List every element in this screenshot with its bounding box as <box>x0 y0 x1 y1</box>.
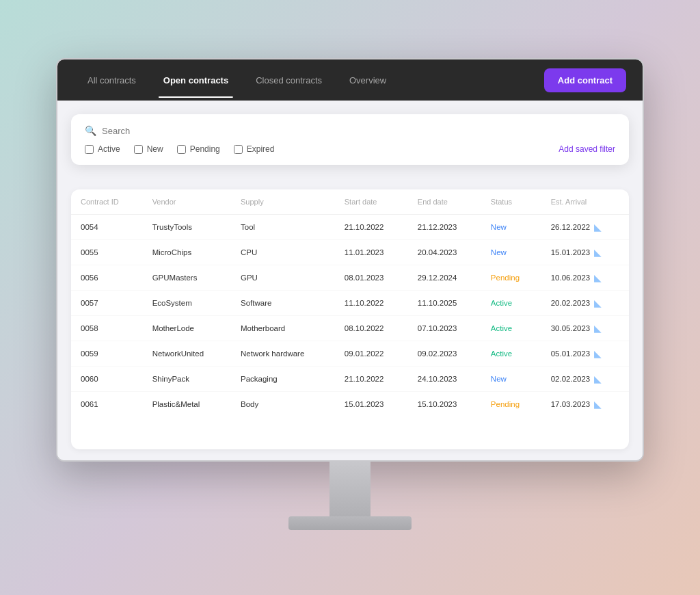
search-bar: 🔍 <box>85 125 615 136</box>
filter-pending[interactable]: Pending <box>177 144 220 154</box>
tab-open-contracts[interactable]: Open contracts <box>150 70 242 91</box>
cell-end-date: 24.10.2023 <box>408 367 481 392</box>
cell-vendor: TrustyTools <box>143 215 231 240</box>
search-icon: 🔍 <box>85 125 96 136</box>
cell-supply: GPU <box>231 265 335 291</box>
cell-supply: Network hardware <box>231 341 335 367</box>
table-card: Contract ID Vendor Supply Start date End… <box>71 189 629 449</box>
cell-status: Active <box>481 316 541 341</box>
filter-active[interactable]: Active <box>85 144 120 154</box>
chart-icon[interactable]: ◣ <box>594 272 602 283</box>
col-est-arrival: Est. Arrival <box>541 189 629 215</box>
cell-end-date: 21.12.2023 <box>408 215 481 240</box>
monitor-screen: All contracts Open contracts Closed cont… <box>56 58 644 462</box>
cell-start-date: 15.01.2023 <box>335 392 408 417</box>
cell-supply: Packaging <box>231 367 335 392</box>
chart-icon[interactable]: ◣ <box>594 222 602 233</box>
chart-icon[interactable]: ◣ <box>594 348 602 359</box>
cell-end-date: 09.02.2023 <box>408 341 481 367</box>
cell-vendor: ShinyPack <box>143 367 231 392</box>
cell-contract-id: 0060 <box>71 367 143 392</box>
filter-expired[interactable]: Expired <box>234 144 275 154</box>
col-vendor: Vendor <box>143 189 231 215</box>
cell-supply: Motherboard <box>231 316 335 341</box>
cell-start-date: 08.10.2022 <box>335 316 408 341</box>
col-supply: Supply <box>231 189 335 215</box>
table-row[interactable]: 0055 MicroChips CPU 11.01.2023 20.04.202… <box>71 240 629 265</box>
col-contract-id: Contract ID <box>71 189 143 215</box>
col-status: Status <box>481 189 541 215</box>
cell-contract-id: 0059 <box>71 341 143 367</box>
nav-tabs: All contracts Open contracts Closed cont… <box>74 70 544 91</box>
filter-card: 🔍 Active New Pending <box>71 114 629 165</box>
cell-status: Pending <box>481 265 541 291</box>
cell-arrival: 17.03.2023 ◣ <box>541 392 629 417</box>
cell-start-date: 09.01.2022 <box>335 341 408 367</box>
search-input[interactable] <box>102 126 615 136</box>
cell-supply: Tool <box>231 215 335 240</box>
cell-start-date: 21.10.2022 <box>335 367 408 392</box>
table-row[interactable]: 0057 EcoSystem Software 11.10.2022 11.10… <box>71 291 629 316</box>
cell-status: New <box>481 367 541 392</box>
cell-contract-id: 0057 <box>71 291 143 316</box>
cell-status: Active <box>481 291 541 316</box>
tab-all-contracts[interactable]: All contracts <box>74 70 150 91</box>
chart-icon[interactable]: ◣ <box>594 298 602 308</box>
cell-arrival: 10.06.2023 ◣ <box>541 265 629 291</box>
cell-status: Pending <box>481 392 541 417</box>
col-end-date: End date <box>408 189 481 215</box>
monitor-wrapper: All contracts Open contracts Closed cont… <box>56 58 644 537</box>
cell-start-date: 11.10.2022 <box>335 291 408 316</box>
cell-arrival: 15.01.2023 ◣ <box>541 240 629 265</box>
contracts-table: Contract ID Vendor Supply Start date End… <box>71 189 629 416</box>
cell-status: Active <box>481 341 541 367</box>
monitor-neck <box>329 462 371 516</box>
cell-end-date: 11.10.2025 <box>408 291 481 316</box>
cell-contract-id: 0056 <box>71 265 143 291</box>
add-contract-button[interactable]: Add contract <box>544 68 626 92</box>
cell-contract-id: 0061 <box>71 392 143 417</box>
filter-row: Active New Pending Expired Add saved f <box>85 144 615 154</box>
cell-vendor: Plastic&Metal <box>143 392 231 417</box>
cell-start-date: 08.01.2023 <box>335 265 408 291</box>
cell-arrival: 30.05.2023 ◣ <box>541 316 629 341</box>
filter-new[interactable]: New <box>134 144 163 154</box>
table-row[interactable]: 0058 MotherLode Motherboard 08.10.2022 0… <box>71 316 629 341</box>
tab-closed-contracts[interactable]: Closed contracts <box>242 70 336 91</box>
add-saved-filter-button[interactable]: Add saved filter <box>558 144 615 154</box>
cell-status: New <box>481 215 541 240</box>
cell-supply: Body <box>231 392 335 417</box>
tab-overview[interactable]: Overview <box>336 70 400 91</box>
cell-end-date: 29.12.2024 <box>408 265 481 291</box>
cell-vendor: MotherLode <box>143 316 231 341</box>
cell-status: New <box>481 240 541 265</box>
cell-vendor: GPUMasters <box>143 265 231 291</box>
table-header-row: Contract ID Vendor Supply Start date End… <box>71 189 629 215</box>
cell-contract-id: 0055 <box>71 240 143 265</box>
cell-supply: CPU <box>231 240 335 265</box>
cell-end-date: 20.04.2023 <box>408 240 481 265</box>
table-row[interactable]: 0060 ShinyPack Packaging 21.10.2022 24.1… <box>71 367 629 392</box>
chart-icon[interactable]: ◣ <box>594 373 602 384</box>
col-start-date: Start date <box>335 189 408 215</box>
cell-contract-id: 0058 <box>71 316 143 341</box>
table-row[interactable]: 0056 GPUMasters GPU 08.01.2023 29.12.202… <box>71 265 629 291</box>
cell-arrival: 26.12.2022 ◣ <box>541 215 629 240</box>
cell-contract-id: 0054 <box>71 215 143 240</box>
app-bar: All contracts Open contracts Closed cont… <box>57 60 643 101</box>
cell-arrival: 20.02.2023 ◣ <box>541 291 629 316</box>
monitor-base <box>288 516 412 530</box>
cell-start-date: 21.10.2022 <box>335 215 408 240</box>
chart-icon[interactable]: ◣ <box>594 323 602 334</box>
table-row[interactable]: 0061 Plastic&Metal Body 15.01.2023 15.10… <box>71 392 629 417</box>
cell-end-date: 15.10.2023 <box>408 392 481 417</box>
cell-arrival: 05.01.2023 ◣ <box>541 341 629 367</box>
chart-icon[interactable]: ◣ <box>594 247 602 258</box>
cell-end-date: 07.10.2023 <box>408 316 481 341</box>
table-row[interactable]: 0054 TrustyTools Tool 21.10.2022 21.12.2… <box>71 215 629 240</box>
chart-icon[interactable]: ◣ <box>594 399 602 410</box>
table-row[interactable]: 0059 NetworkUnited Network hardware 09.0… <box>71 341 629 367</box>
cell-start-date: 11.01.2023 <box>335 240 408 265</box>
cell-vendor: EcoSystem <box>143 291 231 316</box>
cell-supply: Software <box>231 291 335 316</box>
